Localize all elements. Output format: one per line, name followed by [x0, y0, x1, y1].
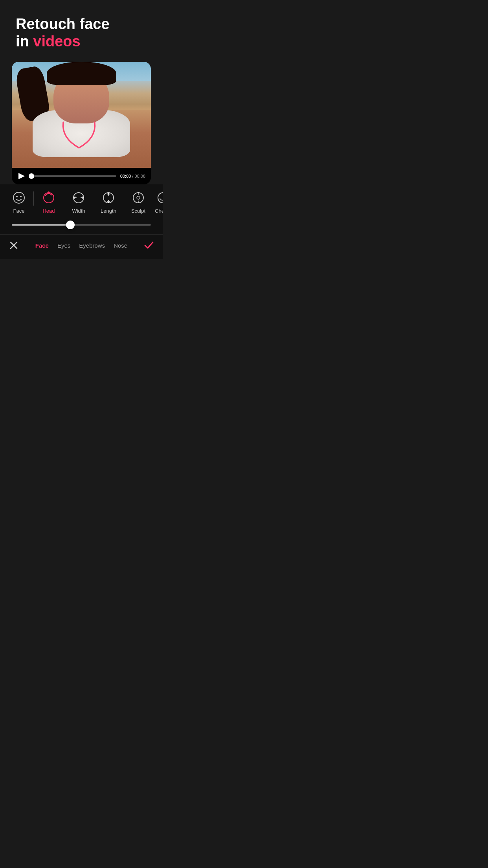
cancel-button[interactable]	[8, 239, 20, 251]
play-button[interactable]	[17, 172, 26, 180]
header-line1: Retouch face	[16, 16, 147, 33]
tool-sculpt[interactable]: Sculpt	[123, 190, 153, 214]
head-icon	[41, 190, 57, 206]
tool-cheek[interactable]: Chee...	[153, 190, 163, 214]
video-container: 00:00 / 00:08	[12, 62, 151, 184]
sculpt-icon	[130, 190, 146, 206]
svg-point-3	[44, 193, 54, 203]
head-label: Head	[42, 208, 55, 214]
face-label: Face	[13, 208, 25, 214]
svg-point-8	[137, 196, 140, 199]
header-section: Retouch face in videos	[0, 0, 163, 58]
tool-head[interactable]: Head	[34, 190, 64, 214]
progress-thumb[interactable]	[29, 173, 34, 179]
progress-bar[interactable]	[30, 175, 116, 177]
time-display: 00:00 / 00:08	[120, 174, 145, 178]
tool-width[interactable]: Width	[64, 190, 94, 214]
cheek-icon	[155, 190, 163, 206]
length-label: Length	[101, 208, 116, 214]
tool-face[interactable]: Face	[4, 190, 34, 214]
svg-point-0	[13, 192, 24, 203]
tab-nose[interactable]: Nose	[114, 242, 127, 249]
cheek-label: Chee...	[155, 208, 163, 214]
photo-background	[12, 62, 151, 168]
tab-eyes[interactable]: Eyes	[57, 242, 70, 249]
slider-track[interactable]	[12, 224, 151, 226]
length-icon	[101, 190, 116, 206]
bottom-nav: Face Eyes Eyebrows Nose	[0, 234, 163, 259]
svg-point-4	[48, 191, 50, 193]
slider-fill	[12, 224, 70, 226]
face-arc-overlay	[55, 107, 103, 154]
slider-section	[0, 218, 163, 234]
toolbar-section: Face Head	[0, 184, 163, 218]
video-frame[interactable]	[12, 62, 151, 168]
confirm-icon	[144, 241, 154, 249]
app-container: Retouch face in videos	[0, 0, 163, 259]
play-icon	[18, 173, 25, 179]
cancel-icon	[9, 241, 18, 250]
time-total: 00:08	[134, 174, 145, 178]
sculpt-label: Sculpt	[131, 208, 145, 214]
svg-point-1	[16, 196, 18, 197]
confirm-button[interactable]	[143, 239, 155, 251]
hair-area	[47, 62, 116, 85]
video-controls: 00:00 / 00:08	[12, 168, 151, 184]
face-icon	[11, 190, 27, 206]
width-icon	[71, 190, 86, 206]
time-current: 00:00	[120, 174, 131, 178]
svg-point-2	[20, 196, 22, 197]
width-label: Width	[72, 208, 85, 214]
header-line2: in videos	[16, 33, 147, 50]
header-highlight: videos	[33, 33, 80, 50]
tool-length[interactable]: Length	[94, 190, 123, 214]
tab-eyebrows[interactable]: Eyebrows	[79, 242, 105, 249]
header-line2-prefix: in	[16, 33, 33, 50]
tab-face[interactable]: Face	[35, 242, 49, 249]
tools-row: Face Head	[0, 190, 163, 214]
nav-tabs: Face Eyes Eyebrows Nose	[35, 242, 127, 249]
svg-point-9	[158, 193, 163, 203]
slider-thumb[interactable]	[66, 221, 75, 229]
